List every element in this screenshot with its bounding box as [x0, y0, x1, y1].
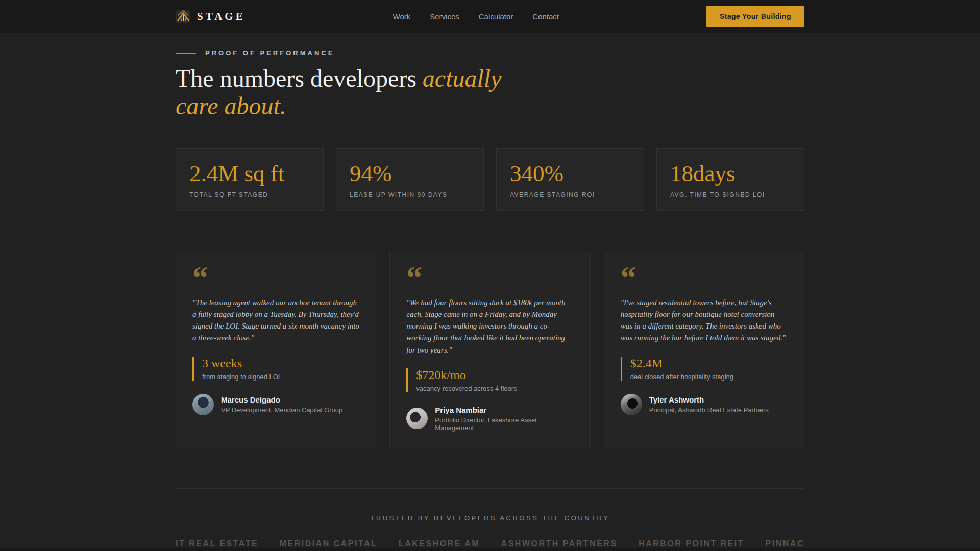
- brand-name: STAGE: [197, 10, 246, 23]
- section-divider: [176, 488, 804, 489]
- footer-strip: [0, 548, 980, 551]
- nav-link-services[interactable]: Services: [430, 12, 459, 21]
- testimonial-author: Priya Nambiar Portfolio Director, Lakesh…: [406, 406, 573, 432]
- author-role: Portfolio Director, Lakeshore Asset Mana…: [435, 416, 573, 432]
- testimonial-stat: $2.4M deal closed after hospitality stag…: [621, 357, 788, 381]
- client-logo: IT REAL ESTATE: [176, 539, 258, 548]
- stats-grid: 2.4M sq ft TOTAL SQ FT STAGED 94% LEASE-…: [176, 148, 804, 211]
- stage-your-building-button[interactable]: Stage Your Building: [706, 6, 804, 27]
- brand-logo[interactable]: STAGE: [176, 9, 246, 24]
- stat-card-staging-roi: 340% AVERAGE STAGING ROI: [496, 148, 644, 211]
- stat-label: TOTAL SQ FT STAGED: [189, 191, 310, 198]
- stat-value: 94%: [350, 162, 470, 186]
- testimonial-author: Marcus Delgado VP Development, Meridian …: [192, 394, 359, 415]
- stat-card-time-to-loi: 18days AVG. TIME TO SIGNED LOI: [656, 148, 804, 211]
- proof-of-performance-section: PROOF OF PERFORMANCE The numbers develop…: [0, 33, 980, 548]
- client-logo: MERIDIAN CAPITAL: [280, 539, 378, 548]
- stat-label: AVG. TIME TO SIGNED LOI: [670, 191, 791, 198]
- nav-link-contact[interactable]: Contact: [532, 12, 559, 21]
- author-role: Principal, Ashworth Real Estate Partners: [649, 406, 769, 414]
- header: STAGE Work Services Calculator Contact S…: [0, 0, 980, 33]
- client-logo: ASHWORTH PARTNERS: [501, 539, 618, 548]
- testimonial-stat-label: from staging to signed LOI: [202, 373, 359, 381]
- stat-label: LEASE-UP WITHIN 90 DAYS: [350, 191, 470, 198]
- testimonial-stat-value: 3 weeks: [202, 357, 359, 370]
- section-title-regular: The numbers developers: [176, 65, 416, 92]
- testimonial-quote: "I've staged residential towers before, …: [621, 297, 788, 344]
- testimonial-card: “ "We had four floors sitting dark at $1…: [389, 252, 590, 448]
- client-logo: PINNAC: [766, 539, 804, 548]
- testimonial-stat-label: deal closed after hospitality staging: [630, 373, 788, 381]
- avatar: [406, 408, 428, 429]
- quote-icon: “: [192, 268, 359, 286]
- author-role: VP Development, Meridian Capital Group: [221, 406, 342, 414]
- stat-value: 18days: [670, 162, 791, 186]
- testimonial-stat-label: vacancy recovered across 4 floors: [416, 385, 573, 392]
- section-title: The numbers developers actually care abo…: [176, 65, 543, 120]
- quote-icon: “: [406, 268, 573, 286]
- stat-label: AVERAGE STAGING ROI: [510, 191, 630, 198]
- stat-value: 2.4M sq ft: [189, 162, 310, 186]
- client-logo: HARBOR POINT REIT: [639, 539, 744, 548]
- testimonial-stat-value: $720k/mo: [416, 368, 573, 382]
- nav-link-calculator[interactable]: Calculator: [479, 12, 513, 21]
- testimonial-stat-value: $2.4M: [630, 357, 788, 370]
- author-name: Marcus Delgado: [221, 395, 342, 404]
- author-name: Tyler Ashworth: [649, 395, 769, 404]
- eyebrow: PROOF OF PERFORMANCE: [176, 49, 804, 57]
- testimonial-stat: 3 weeks from staging to signed LOI: [192, 357, 359, 381]
- main-nav: Work Services Calculator Contact: [246, 12, 706, 21]
- client-logo-marquee: IT REAL ESTATE MERIDIAN CAPITAL LAKESHOR…: [176, 539, 804, 548]
- stat-value: 340%: [510, 162, 630, 186]
- avatar: [192, 394, 214, 415]
- author-name: Priya Nambiar: [435, 406, 573, 414]
- a-frame-building-icon: [176, 9, 191, 24]
- testimonial-quote: "The leasing agent walked our anchor ten…: [192, 297, 359, 344]
- stat-card-total-sqft: 2.4M sq ft TOTAL SQ FT STAGED: [176, 148, 324, 211]
- testimonial-stat: $720k/mo vacancy recovered across 4 floo…: [406, 368, 573, 392]
- testimonials-grid: “ "The leasing agent walked our anchor t…: [176, 252, 804, 448]
- client-logo: LAKESHORE AM: [399, 539, 480, 548]
- avatar: [621, 394, 642, 415]
- quote-icon: “: [621, 268, 788, 286]
- nav-link-work[interactable]: Work: [393, 12, 411, 21]
- trusted-heading: TRUSTED BY DEVELOPERS ACROSS THE COUNTRY: [176, 514, 804, 522]
- eyebrow-accent-line: [176, 53, 196, 54]
- stat-card-lease-up: 94% LEASE-UP WITHIN 90 DAYS: [336, 148, 484, 211]
- testimonial-quote: "We had four floors sitting dark at $180…: [406, 297, 573, 356]
- testimonial-author: Tyler Ashworth Principal, Ashworth Real …: [621, 394, 788, 415]
- testimonial-card: “ "The leasing agent walked our anchor t…: [176, 252, 376, 448]
- section-eyebrow-label: PROOF OF PERFORMANCE: [205, 49, 334, 57]
- testimonial-card: “ "I've staged residential towers before…: [604, 252, 804, 448]
